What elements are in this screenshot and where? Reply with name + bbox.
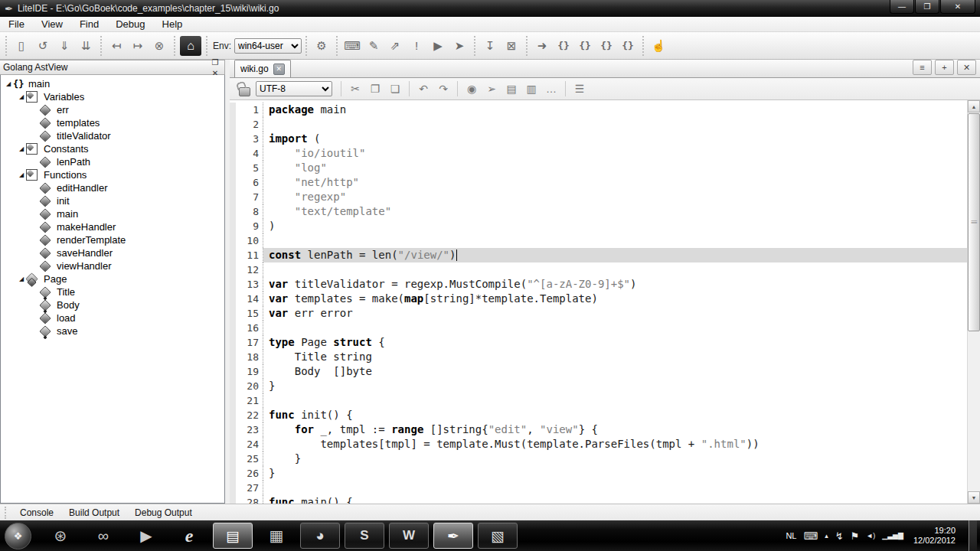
tree-item-Functions[interactable]: ◢Functions [1, 168, 224, 181]
language-indicator[interactable]: NL [786, 531, 796, 540]
insert-braces-icon[interactable]: {} [554, 36, 573, 56]
taskbar-clock[interactable]: 19:20 12/02/2012 [913, 526, 956, 546]
code-line[interactable]: 17type Page struct { [230, 335, 967, 350]
code-text[interactable]: Title string [263, 350, 967, 364]
expand-arrow-icon[interactable]: ◢ [4, 80, 13, 87]
expand-arrow-icon[interactable]: ◢ [17, 93, 26, 100]
goto-arrow-icon[interactable]: ➜ [532, 36, 552, 56]
code-line[interactable]: 2 [230, 117, 967, 132]
code-line[interactable]: 10 [230, 233, 967, 248]
code-text[interactable] [263, 481, 967, 495]
tab-list-icon[interactable]: ≡ [913, 60, 932, 75]
breakpoint-gutter[interactable] [230, 481, 236, 495]
breakpoint-gutter[interactable] [230, 408, 236, 422]
code-text[interactable]: "regexp" [263, 190, 967, 204]
reload-file-icon[interactable]: ↺ [33, 36, 53, 56]
pan-hand-icon[interactable]: ☝ [648, 36, 668, 56]
tree-item-titleValidator[interactable]: titleValidator [1, 129, 224, 142]
code-text[interactable]: } [263, 379, 967, 393]
code-text[interactable]: func init() { [263, 408, 967, 422]
code-text[interactable]: var templates = make(map[string]*templat… [263, 292, 967, 306]
float-panel-icon[interactable]: ❐ [209, 57, 221, 67]
delete-file-icon[interactable]: ⊠ [501, 36, 521, 56]
paste-icon[interactable]: ❏ [386, 80, 404, 98]
word-wrap-icon[interactable]: ☰ [570, 80, 589, 98]
expand-arrow-icon[interactable]: ◢ [17, 171, 26, 178]
volume-icon[interactable]: ◄) [866, 532, 875, 540]
keyboard-icon[interactable]: ⌨ [803, 530, 818, 542]
tree-item-viewHandler[interactable]: viewHandler [1, 259, 224, 272]
code-editor[interactable]: 1package main23import (4 "io/ioutil"5 "l… [230, 100, 967, 504]
options-gear-icon[interactable]: ⚙ [312, 36, 332, 56]
build-config-icon[interactable]: ⌨ [342, 36, 362, 56]
tree-item-err[interactable]: err [1, 103, 224, 116]
network-signal-icon[interactable]: ▁▃▅▇ [882, 532, 903, 540]
breakpoint-gutter[interactable] [230, 364, 236, 379]
calculator-icon[interactable]: ▦ [255, 522, 298, 549]
tree-item-load[interactable]: load [1, 311, 224, 324]
code-text[interactable]: "io/ioutil" [263, 146, 967, 161]
new-file-icon[interactable]: ▯ [11, 36, 31, 56]
liteide-icon[interactable]: ✒ [433, 523, 473, 549]
breakpoint-gutter[interactable] [230, 292, 236, 306]
code-line[interactable]: 13var titleValidator = regexp.MustCompil… [230, 277, 967, 292]
stop-icon[interactable]: ! [407, 36, 426, 56]
code-text[interactable]: type Page struct { [263, 335, 967, 350]
breakpoint-gutter[interactable] [230, 233, 236, 248]
code-text[interactable]: "net/http" [263, 175, 967, 190]
code-text[interactable] [263, 117, 967, 132]
tree-item-main[interactable]: ◢{}main [1, 77, 224, 90]
code-text[interactable] [263, 233, 967, 248]
save-file-icon[interactable]: ⇓ [54, 36, 74, 56]
media-player-icon[interactable]: ▶ [125, 522, 168, 549]
code-text[interactable]: import ( [263, 132, 967, 146]
close-editor-icon[interactable]: ✕ [957, 60, 976, 75]
remove-braces-icon[interactable]: {} [618, 36, 638, 56]
code-line[interactable]: 21 [230, 393, 967, 408]
breakpoint-gutter[interactable] [230, 161, 236, 175]
tree-item-main[interactable]: main [1, 207, 224, 220]
code-line[interactable]: 7 "regexp" [230, 190, 967, 204]
code-line[interactable]: 6 "net/http" [230, 175, 967, 190]
breakpoint-gutter[interactable] [230, 379, 236, 393]
breakpoint-gutter[interactable] [230, 452, 236, 466]
tree-item-makeHandler[interactable]: makeHandler [1, 220, 224, 233]
start-button[interactable]: ❖ [5, 523, 31, 549]
windows-explorer-icon[interactable]: ▤ [213, 523, 253, 549]
lock-icon[interactable] [235, 80, 253, 98]
minimize-button[interactable]: — [890, 0, 914, 14]
menu-item-debug[interactable]: Debug [107, 17, 153, 31]
code-line[interactable]: 22func init() { [230, 408, 967, 422]
tree-item-templates[interactable]: templates [1, 116, 224, 129]
code-line[interactable]: 20} [230, 379, 967, 393]
print-preview-icon[interactable]: ▥ [522, 80, 541, 98]
menu-item-find[interactable]: Find [71, 17, 107, 31]
tree-item-Body[interactable]: Body [1, 298, 224, 311]
expand-arrow-icon[interactable]: ◢ [17, 276, 26, 282]
tree-item-lenPath[interactable]: lenPath [1, 155, 224, 168]
code-line[interactable]: 26} [230, 466, 967, 481]
tree-item-Title[interactable]: Title [1, 285, 224, 298]
record-macro-icon[interactable]: ◉ [462, 80, 481, 98]
vertical-scrollbar[interactable]: ▲ ≡≡ ▼ [967, 100, 980, 504]
code-text[interactable]: var err error [263, 306, 967, 321]
edit-build-icon[interactable]: ✎ [364, 36, 384, 56]
tree-item-Page[interactable]: ◢Page [1, 272, 224, 285]
code-line[interactable]: 25 } [230, 452, 967, 466]
code-text[interactable]: for _, tmpl := range []string{"edit", "v… [263, 422, 967, 437]
run-file-icon[interactable]: ➤ [449, 36, 469, 56]
close-file-icon[interactable]: ⊗ [149, 36, 169, 56]
close-button[interactable]: ✕ [940, 0, 975, 14]
home-icon[interactable]: ⌂ [180, 36, 201, 56]
code-line[interactable]: 9) [230, 219, 967, 233]
breakpoint-gutter[interactable] [230, 437, 236, 452]
code-line[interactable]: 12 [230, 262, 967, 277]
more-icon[interactable]: … [542, 80, 560, 98]
breakpoint-gutter[interactable] [230, 190, 236, 204]
code-line[interactable]: 24 templates[tmpl] = template.Must(templ… [230, 437, 967, 452]
code-text[interactable]: package main [263, 103, 967, 117]
skype-icon[interactable]: S [345, 523, 384, 549]
export-file-icon[interactable]: ↧ [480, 36, 500, 56]
breakpoint-gutter[interactable] [230, 393, 236, 408]
code-line[interactable]: 14var templates = make(map[string]*templ… [230, 292, 967, 306]
